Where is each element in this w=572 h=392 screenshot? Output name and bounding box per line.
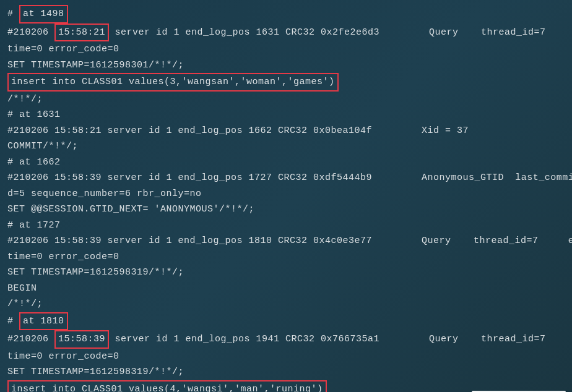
log-line: # at 1810: [7, 312, 565, 331]
highlight-at-1810: at 1810: [19, 312, 68, 331]
thread-id: thread_id=7: [481, 25, 546, 41]
log-line: COMMIT/*!*/;: [7, 138, 565, 155]
log-line: time=0 error_code=0: [7, 249, 565, 265]
log-line: time=0 error_code=0: [7, 41, 565, 58]
log-line: #210206 15:58:39 server id 1 end_log_pos…: [7, 330, 565, 349]
log-line: #210206 15:58:21 server id 1 end_log_pos…: [7, 23, 565, 42]
log-line: /*!*/;: [7, 92, 565, 108]
log-line: #210206 15:58:21 server id 1 end_log_pos…: [7, 123, 565, 139]
log-prefix: #210206 15:58:39 server id 1 end_log_pos…: [7, 236, 372, 246]
highlight-at-1498: at 1498: [19, 5, 68, 23]
log-line: # at 1498: [7, 5, 565, 23]
highlight-time-1: 15:58:21: [54, 23, 109, 42]
highlight-insert-2: insert into CLASS01 values(4,'wangsi','m…: [7, 380, 327, 393]
log-prefix: #210206 15:58:21 server id 1 end_log_pos…: [7, 126, 372, 136]
log-line: /*!*/;: [7, 296, 565, 312]
log-mid: server id 1 end_log_pos 1631 CRC32 0x2fe…: [109, 27, 379, 38]
log-line: SET TIMESTAMP=1612598319/*!*/;: [7, 364, 565, 380]
gtid-label: Anonymous_GTID: [422, 173, 504, 183]
log-line: d=5 sequence_number=6 rbr_only=no: [7, 186, 565, 202]
log-line: # at 1662: [7, 155, 565, 171]
log-line: SET @@SESSION.GTID_NEXT= 'ANONYMOUS'/*!*…: [7, 202, 565, 218]
thread-id: thread_id=7: [481, 331, 546, 347]
thread-id: thread_id=7: [474, 233, 539, 249]
exec-label: exec_: [568, 236, 572, 246]
query-label: Query: [429, 25, 466, 41]
comment-prefix: #: [7, 9, 19, 19]
comment-prefix: #: [7, 316, 19, 326]
log-mid: server id 1 end_log_pos 1941 CRC32 0x766…: [109, 334, 379, 344]
query-label: Query: [429, 331, 466, 347]
log-line: # at 1631: [7, 107, 565, 123]
date-prefix: #210206: [7, 27, 54, 38]
log-line: # at 1727: [7, 218, 565, 234]
log-line: insert into CLASS01 values(3,'wangsan','…: [7, 73, 565, 92]
commit-label: last_committe: [515, 173, 572, 183]
log-line: SET TIMESTAMP=1612598301/*!*/;: [7, 58, 565, 74]
log-line: time=0 error_code=0: [7, 349, 565, 365]
query-label: Query: [422, 233, 459, 249]
log-prefix: #210206 15:58:39 server id 1 end_log_pos…: [7, 173, 372, 183]
date-prefix: #210206: [7, 334, 54, 344]
log-line: #210206 15:58:39 server id 1 end_log_pos…: [7, 233, 565, 249]
highlight-insert-1: insert into CLASS01 values(3,'wangsan','…: [7, 73, 339, 92]
highlight-time-2: 15:58:39: [54, 330, 109, 349]
log-line: SET TIMESTAMP=1612598319/*!*/;: [7, 265, 565, 281]
log-line: BEGIN: [7, 281, 565, 297]
xid-label: Xid = 37: [422, 126, 469, 136]
log-line: #210206 15:58:39 server id 1 end_log_pos…: [7, 170, 565, 186]
